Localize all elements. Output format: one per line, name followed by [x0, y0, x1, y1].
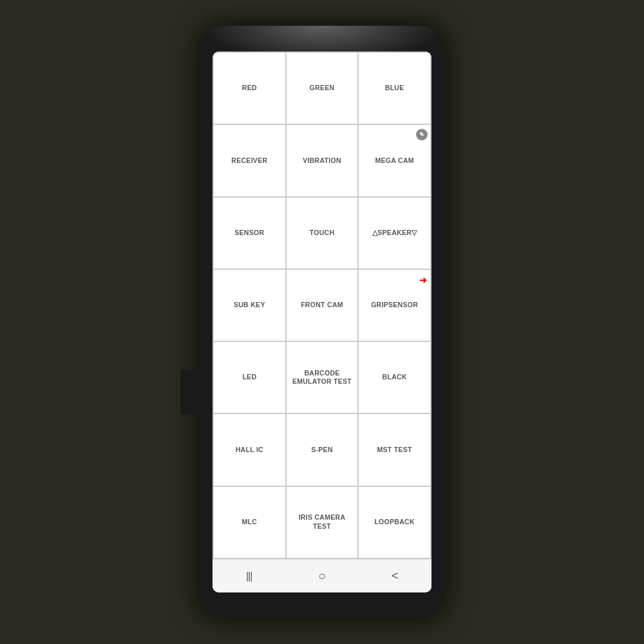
- phone-device: REDGREENBLUERECEIVERVIBRATION✎MEGA CAMSE…: [200, 26, 444, 618]
- grid-cell-hall-ic[interactable]: HALL IC: [214, 414, 285, 485]
- cell-label-mlc: MLC: [242, 518, 258, 527]
- back-icon: <: [392, 569, 399, 583]
- cell-label-sub-key: SUB KEY: [234, 301, 265, 310]
- home-button[interactable]: ○: [309, 564, 335, 589]
- grid-cell-blue[interactable]: BLUE: [359, 53, 430, 124]
- grid-cell-green[interactable]: GREEN: [287, 53, 358, 124]
- cell-label-front-cam: FRONT CAM: [301, 301, 343, 310]
- home-icon: ○: [318, 569, 326, 583]
- cell-label-speaker: △SPEAKER▽: [372, 229, 417, 238]
- cell-label-mega-cam: MEGA CAM: [375, 156, 413, 166]
- cell-label-red: RED: [242, 84, 257, 93]
- test-grid: REDGREENBLUERECEIVERVIBRATION✎MEGA CAMSE…: [213, 52, 431, 559]
- recent-apps-icon: |||: [246, 571, 252, 582]
- grid-cell-s-pen[interactable]: S-PEN: [287, 414, 358, 485]
- cell-label-vibration: VIBRATION: [303, 156, 341, 166]
- side-attachment: [180, 370, 200, 415]
- cell-label-receiver: RECEIVER: [231, 156, 267, 166]
- grid-cell-mega-cam[interactable]: ✎MEGA CAM: [359, 125, 430, 196]
- phone-screen: REDGREENBLUERECEIVERVIBRATION✎MEGA CAMSE…: [213, 52, 431, 592]
- recent-apps-button[interactable]: |||: [236, 564, 262, 589]
- cell-label-green: GREEN: [310, 84, 335, 93]
- grid-cell-black[interactable]: BLACK: [359, 342, 430, 413]
- cell-label-touch: TOUCH: [310, 229, 335, 238]
- grid-cell-receiver[interactable]: RECEIVER: [214, 125, 285, 196]
- grid-cell-mst-test[interactable]: MST TEST: [359, 414, 430, 485]
- cell-label-black: BLACK: [383, 373, 407, 382]
- grid-cell-sub-key[interactable]: SUB KEY: [214, 270, 285, 341]
- grid-cell-gripsensor[interactable]: ➜GRIPSENSOR: [359, 270, 430, 341]
- back-button[interactable]: <: [382, 564, 408, 589]
- cell-label-iris-camera: IRIS CAMERA TEST: [290, 513, 354, 531]
- grid-cell-sensor[interactable]: SENSOR: [214, 198, 285, 269]
- cell-label-blue: BLUE: [385, 84, 404, 93]
- edit-icon: ✎: [416, 129, 428, 140]
- grid-cell-speaker[interactable]: △SPEAKER▽: [359, 198, 430, 269]
- arrow-icon: ➜: [419, 275, 428, 285]
- grid-cell-led[interactable]: LED: [214, 342, 285, 413]
- grid-cell-touch[interactable]: TOUCH: [287, 198, 358, 269]
- cell-label-hall-ic: HALL IC: [236, 446, 263, 455]
- grid-cell-mlc[interactable]: MLC: [214, 487, 285, 558]
- cell-label-loopback: LOOPBACK: [374, 518, 414, 527]
- navigation-bar: ||| ○ <: [213, 559, 431, 592]
- cell-label-mst-test: MST TEST: [377, 446, 412, 455]
- cell-label-barcode: BARCODE EMULATOR TEST: [290, 369, 354, 386]
- grid-cell-red[interactable]: RED: [214, 53, 285, 124]
- grid-cell-vibration[interactable]: VIBRATION: [287, 125, 358, 196]
- grid-cell-barcode[interactable]: BARCODE EMULATOR TEST: [287, 342, 358, 413]
- cell-label-led: LED: [242, 373, 256, 382]
- grid-cell-front-cam[interactable]: FRONT CAM: [287, 270, 358, 341]
- cell-label-sensor: SENSOR: [234, 229, 264, 238]
- grid-cell-iris-camera[interactable]: IRIS CAMERA TEST: [287, 487, 358, 558]
- grid-cell-loopback[interactable]: LOOPBACK: [359, 487, 430, 558]
- cell-label-s-pen: S-PEN: [311, 446, 333, 455]
- cell-label-gripsensor: GRIPSENSOR: [371, 301, 418, 310]
